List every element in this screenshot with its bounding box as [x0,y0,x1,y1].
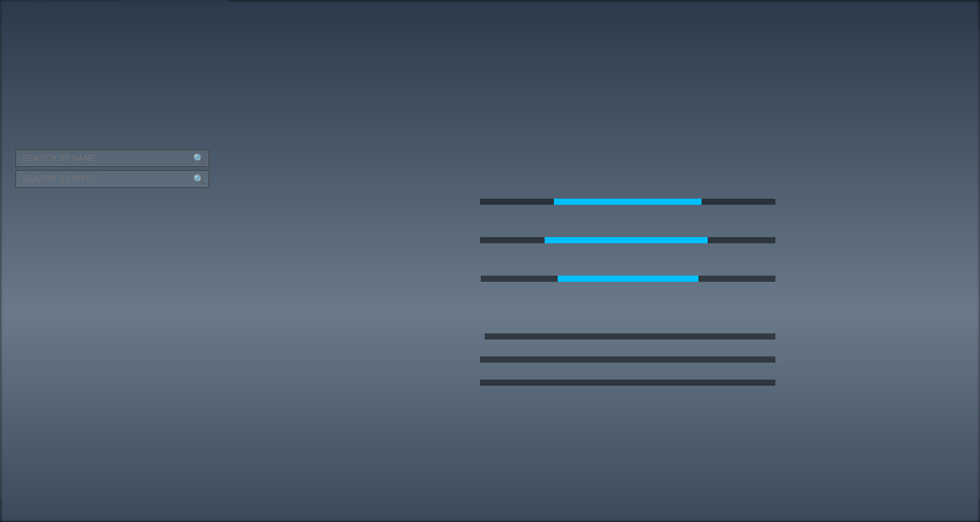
search-name-icon[interactable]: 🔍 [193,153,205,164]
rudder-bar [558,276,699,282]
toggle-spoilers-bar-container [480,380,775,386]
search-input-icon[interactable]: 🔍 [193,174,205,185]
ailerons-bar-container [480,199,775,205]
search-by-input-input[interactable] [15,170,209,188]
search-by-name-input[interactable] [15,149,209,167]
elevator-bar-container [480,237,775,243]
ailerons-bar [554,199,702,205]
increase-flaps-bar-container [480,356,775,363]
rudder-bar-container [481,276,775,282]
search-by-name-container: 🔍 [15,149,209,167]
search-by-input-container: 🔍 [15,170,209,188]
elevator-bar [545,237,707,243]
decrease-flaps-bar-container [485,333,775,340]
